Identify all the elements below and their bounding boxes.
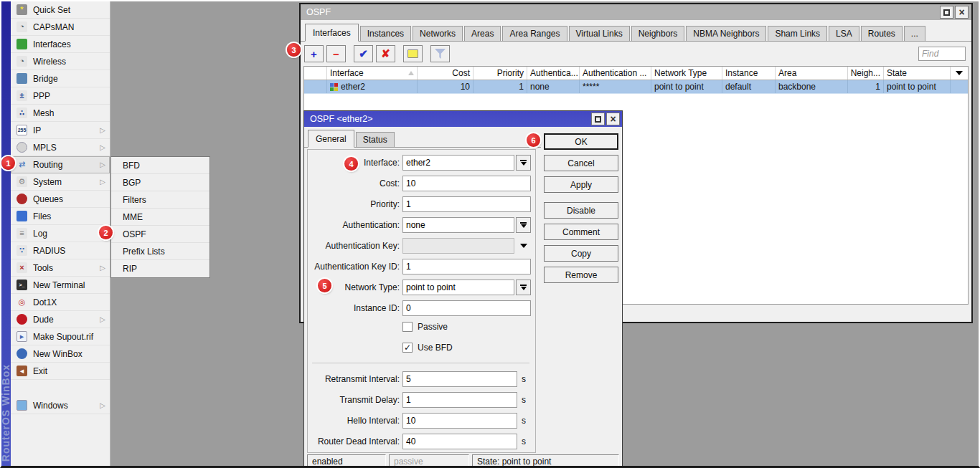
sidebar-item-label: Tools (33, 263, 53, 273)
tab-virtual-links[interactable]: Virtual Links (569, 26, 630, 41)
disable-button[interactable]: ✘ (376, 45, 395, 62)
cell-authentication: ***** (580, 80, 651, 93)
sidebar-item-files[interactable]: Files (11, 208, 110, 225)
hello-interval-input[interactable] (402, 413, 517, 429)
dropdown-button[interactable] (516, 280, 531, 295)
dot1x-icon: ◎ (17, 297, 27, 307)
comment-button[interactable] (403, 45, 423, 62)
authentication-input[interactable] (402, 217, 514, 233)
column-header-interface[interactable]: Interface (327, 67, 418, 80)
sidebar-item-radius[interactable]: ∵RADIUS (11, 242, 110, 259)
sidebar-item-bridge[interactable]: Bridge (11, 70, 110, 87)
transmit-delay-input[interactable] (402, 392, 517, 408)
sidebar-item-routing[interactable]: ⇄Routing▷ (11, 156, 110, 173)
dialog-maximize-button[interactable] (591, 113, 605, 125)
ok-button[interactable]: OK (544, 133, 618, 150)
close-button[interactable]: × (955, 6, 969, 19)
column-header-icon[interactable] (304, 67, 327, 80)
tab-neighbors[interactable]: Neighbors (631, 26, 685, 41)
sidebar-item-queues[interactable]: Queues (11, 191, 110, 208)
dialog-tab-general[interactable]: General (308, 130, 354, 148)
sidebar-item-mpls[interactable]: MPLS▷ (11, 139, 110, 156)
dropdown-button[interactable] (516, 155, 531, 171)
column-header-neigh[interactable]: Neigh... (848, 67, 884, 80)
add-button[interactable]: + (304, 45, 324, 62)
column-header-instance[interactable]: Instance (722, 67, 776, 80)
sidebar-item-exit[interactable]: ◂Exit (11, 363, 110, 380)
column-selector-button[interactable] (951, 67, 968, 80)
tab-area-ranges[interactable]: Area Ranges (502, 26, 567, 41)
instance-id-label: Instance ID: (311, 303, 400, 313)
maximize-button[interactable] (940, 6, 953, 19)
interface-input[interactable] (402, 155, 514, 171)
sidebar-item-new-winbox[interactable]: New WinBox (11, 345, 110, 363)
sidebar-item-new-terminal[interactable]: >_New Terminal (11, 277, 110, 294)
tab-nbma-neighbors[interactable]: NBMA Neighbors (686, 26, 766, 41)
dropdown-button[interactable] (516, 217, 531, 233)
column-header-authentica[interactable]: Authentica... (527, 67, 580, 80)
column-header-area[interactable]: Area (776, 67, 848, 80)
submenu-item-filters[interactable]: Filters (111, 191, 209, 209)
sidebar-item-ip[interactable]: 255IP▷ (11, 122, 110, 139)
passive-checkbox[interactable] (402, 322, 413, 332)
table-row[interactable]: ether2101none*****point to pointdefaultb… (304, 80, 968, 94)
sidebar-item-mesh[interactable]: ∴Mesh (11, 105, 110, 122)
enable-button[interactable]: ✔ (354, 45, 373, 62)
remove-button[interactable]: Remove (544, 267, 618, 283)
sidebar-item-dot1x[interactable]: ◎Dot1X (11, 294, 110, 311)
sidebar-item-quick-set[interactable]: *Quick Set (11, 1, 110, 19)
authentication-key-id-input[interactable] (402, 259, 531, 274)
submenu-item-ospf[interactable]: OSPF (111, 226, 209, 243)
tab-lsa[interactable]: LSA (829, 26, 859, 41)
filter-button[interactable] (430, 45, 450, 62)
cancel-button[interactable]: Cancel (544, 155, 618, 171)
tab-instances[interactable]: Instances (360, 26, 411, 41)
router-dead-interval-input[interactable] (402, 434, 517, 449)
sidebar-item-dude[interactable]: Dude▷ (11, 311, 110, 328)
dialog-titlebar[interactable]: OSPF <ether2> × (304, 111, 622, 127)
tab-areas[interactable]: Areas (464, 26, 501, 41)
comment-button[interactable]: Comment (544, 224, 618, 240)
priority-input[interactable] (402, 196, 531, 212)
submenu-item-bgp[interactable]: BGP (111, 174, 209, 191)
tab-networks[interactable]: Networks (413, 26, 463, 41)
column-header-authentication[interactable]: Authentication ... (580, 67, 651, 80)
sidebar-item-interfaces[interactable]: Interfaces (11, 36, 110, 53)
disable-button[interactable]: Disable (544, 202, 618, 219)
tab-routes[interactable]: Routes (861, 26, 903, 41)
submenu-item-rip[interactable]: RIP (111, 260, 209, 277)
dialog-tab-status[interactable]: Status (356, 132, 395, 147)
sidebar-item-system[interactable]: ⚙System▷ (11, 173, 110, 191)
sidebar-item-make-supout-rif[interactable]: ▸Make Supout.rif (11, 328, 110, 345)
dropdown-arrow-icon[interactable] (516, 244, 531, 248)
remove-button[interactable]: − (326, 45, 346, 62)
tab-interfaces[interactable]: Interfaces (305, 24, 359, 42)
column-header-priority[interactable]: Priority (473, 67, 527, 80)
submenu-item-prefix-lists[interactable]: Prefix Lists (111, 243, 209, 260)
submenu-item-bfd[interactable]: BFD (111, 157, 209, 174)
column-header-state[interactable]: State (884, 67, 951, 80)
cost-input[interactable] (402, 176, 531, 191)
use-bfd-checkbox[interactable]: ✓ (402, 343, 413, 353)
network-type-input[interactable] (402, 280, 514, 295)
authentication-key-input[interactable] (402, 238, 514, 254)
tab-blank[interactable]: ... (904, 26, 925, 41)
sidebar-item-tools[interactable]: ×Tools▷ (11, 259, 110, 277)
find-input[interactable] (918, 47, 966, 61)
sidebar-item-capsman[interactable]: ◔CAPsMAN (11, 19, 110, 36)
sidebar-item-wireless[interactable]: ◔Wireless (11, 53, 110, 70)
dialog-close-button[interactable]: × (606, 113, 620, 125)
sidebar-item-ppp[interactable]: ±PPP (11, 87, 110, 105)
sidebar-item-windows[interactable]: Windows▷ (11, 397, 110, 414)
tab-sham-links[interactable]: Sham Links (768, 26, 827, 41)
column-header-cost[interactable]: Cost (418, 67, 473, 80)
apply-button[interactable]: Apply (544, 176, 618, 193)
column-header-network-type[interactable]: Network Type (651, 67, 722, 80)
sidebar-item-log[interactable]: ≡Log (11, 225, 110, 242)
submenu-item-mme[interactable]: MME (111, 209, 209, 226)
instance-id-input[interactable] (402, 300, 531, 316)
retransmit-interval-input[interactable] (402, 371, 517, 387)
copy-button[interactable]: Copy (544, 245, 618, 262)
cell-instance: default (722, 80, 776, 93)
ospf-window-titlebar[interactable]: OSPF × (301, 4, 971, 20)
